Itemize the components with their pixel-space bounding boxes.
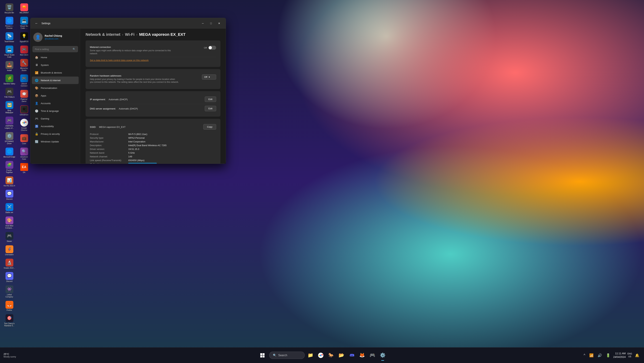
- icon-bing[interactable]: 🖼️ Bing Wallpaper: [3, 100, 16, 115]
- taskbar-file-explorer[interactable]: 📁: [306, 351, 315, 360]
- icon-vscode2[interactable]: 💻 Visual Stu Code -...: [18, 16, 31, 30]
- network-band-key: Network band:: [90, 152, 126, 154]
- icon-microchip[interactable]: 🔧 Microchip Studio: [18, 58, 31, 72]
- icon-puzzle[interactable]: 🧩 Puzzle-Together: [3, 160, 16, 174]
- taskbar-search[interactable]: 🔍 Search: [269, 351, 305, 359]
- icon-signalrgb[interactable]: 💡 SignalRGB: [18, 32, 31, 44]
- nav-item-windows-update[interactable]: 🔄 Windows Update: [32, 138, 79, 145]
- taskbar-discord2[interactable]: [347, 351, 356, 360]
- dns-edit-button[interactable]: Edit: [205, 106, 216, 111]
- icon-google-chrome[interactable]: Google Chrome: [18, 118, 31, 132]
- tray-battery[interactable]: 🔋: [605, 352, 612, 358]
- icon-discord2[interactable]: 💬 Discord: [3, 189, 16, 201]
- icon-unsolved[interactable]: 🔍 Unsolved Case: [18, 147, 31, 161]
- taskbar-steam-app[interactable]: 🎮: [368, 351, 377, 360]
- taskbar-file-manager[interactable]: 📂: [337, 351, 346, 360]
- taskbar-settings-app[interactable]: ⚙️: [378, 351, 387, 360]
- svg-rect-7: [262, 355, 264, 357]
- metered-connection-toggle[interactable]: [208, 46, 216, 50]
- random-hardware-dropdown[interactable]: Off ▾: [202, 74, 216, 80]
- description-key: Description:: [90, 144, 126, 147]
- nav-item-time-language[interactable]: 🕐 Time & language: [32, 107, 79, 115]
- icon-tomclancy[interactable]: 🎯 Tom Clancy's Rainbow S...: [3, 313, 16, 327]
- icon-vivid[interactable]: 🎨 Vivid-Med Compos...: [3, 216, 16, 230]
- lang-indicator[interactable]: ENG US: [628, 352, 632, 358]
- icon-stardew[interactable]: 🌾 Stardew Valley: [3, 74, 16, 86]
- icon-uniparn[interactable]: 🎮 UNIPARN Legacy of...: [3, 116, 16, 130]
- taskbar-foxstar[interactable]: 🦊: [358, 351, 367, 360]
- icon-plateup[interactable]: 🍽️ PlateUp! Demo: [18, 89, 31, 103]
- icon-recycle-bin[interactable]: 🗑️ Recycle Bin: [3, 3, 16, 15]
- nav-item-system[interactable]: 🖥 System: [32, 61, 79, 69]
- breadcrumb-network[interactable]: Network & internet: [86, 32, 120, 37]
- icon-ea[interactable]: EA EA: [18, 162, 31, 174]
- taskbar-time[interactable]: 11:11 AM 24/04/2024: [613, 352, 626, 359]
- nav-item-network[interactable]: 🌐 Network & internet: [32, 77, 79, 84]
- icon-vishis[interactable]: 📊 Vis-His 2022.4: [3, 176, 16, 188]
- random-hardware-section: Random hardware addresses Help protect y…: [86, 69, 220, 89]
- nav-item-home[interactable]: 🏠 Home: [32, 54, 79, 61]
- icon-riot[interactable]: 🎮 Riot Client: [18, 45, 31, 57]
- icon-r2modman[interactable]: R r2modman: [18, 105, 31, 117]
- icon-lethal[interactable]: 👾 Lethal Company: [3, 285, 16, 299]
- icon-steam[interactable]: 🎮 Steam: [3, 231, 16, 243]
- icon-vivado[interactable]: 🔬 Vivado 2022...: [3, 258, 16, 270]
- dns-assignment-row: DNS server assignment: Automatic (DHCP) …: [90, 104, 216, 113]
- link-speed-key: Link speed (Receive/Transmit):: [90, 159, 126, 162]
- settings-search-box[interactable]: 🔍: [32, 46, 78, 52]
- network-icon: 🌐: [35, 78, 38, 82]
- icon-overwatch[interactable]: 🦸 Overwatch: [3, 245, 16, 256]
- search-icon: 🔍: [72, 48, 76, 51]
- settings-search-input[interactable]: [35, 48, 71, 51]
- icon-teamviewer[interactable]: 📡 TeamViewer: [3, 32, 16, 44]
- nav-item-bluetooth[interactable]: 📶 Bluetooth & devices: [32, 69, 79, 76]
- accessibility-icon: ♿: [35, 124, 38, 128]
- ssid-row: SSID: MEGA vaporeon EX_EXT Copy: [90, 122, 216, 131]
- ip-edit-button[interactable]: Edit: [205, 97, 216, 102]
- icon-battlenet[interactable]: ⚔️ Battle.net: [3, 202, 16, 214]
- icon-ubisoft[interactable]: 🎮 Ubisoft Connect: [18, 74, 31, 88]
- tray-volume[interactable]: 🔊: [596, 352, 603, 358]
- tray-notifications[interactable]: 🔔: [634, 352, 640, 358]
- breadcrumb-wifi[interactable]: Wi-Fi: [125, 32, 135, 37]
- tray-network[interactable]: 📶: [588, 352, 595, 358]
- metered-connection-desc: Some apps might work differently to redu…: [90, 49, 179, 55]
- desktop-icons-area: 🗑️ Recycle Bin 🌐 Person 1 - Chrome 📡 Tea…: [2, 2, 31, 340]
- icon-finals[interactable]: 🎮 THE FINALS: [3, 87, 16, 99]
- icon-case[interactable]: 💼 Case: [18, 134, 31, 145]
- start-button[interactable]: [257, 350, 268, 361]
- random-hardware-info: Random hardware addresses Help protect y…: [90, 74, 179, 84]
- user-profile[interactable]: 👤 Rachel Chiong @outlook.com: [30, 31, 80, 45]
- ip-assignment-row: IP assignment: Automatic (DHCP) Edit: [90, 95, 216, 104]
- icon-person-chrome[interactable]: 🌐 Person 1 - Chrome: [3, 16, 16, 30]
- chevron-down-icon: ▾: [209, 76, 210, 78]
- icon-vscode[interactable]: 💻 Visual Studio Code: [3, 45, 16, 59]
- taskbar-chrome[interactable]: [316, 351, 326, 360]
- link-speed-value: 650/650 (Mbps): [128, 159, 216, 162]
- nav-item-privacy[interactable]: 🔒 Privacy & security: [32, 130, 79, 138]
- nav-item-accessibility[interactable]: ♿ Accessibility: [32, 123, 79, 130]
- icon-firefox[interactable]: 🦊 Firefox: [3, 300, 16, 312]
- tray-chevron[interactable]: ^: [582, 352, 586, 358]
- taskbar-discord-horse[interactable]: 🐎: [326, 351, 336, 360]
- metered-connection-label: Metered connection: [90, 46, 179, 49]
- ssid-copy-button[interactable]: Copy: [203, 124, 216, 130]
- icon-epowake[interactable]: ⚙️ EPOWAKE Driver: [3, 131, 16, 145]
- icon-edge[interactable]: 🌐 Microsoft Edge: [3, 147, 16, 159]
- window-back-button[interactable]: ←: [33, 20, 40, 27]
- icon-valorant[interactable]: 🔫 VALORANT: [18, 3, 31, 15]
- close-button[interactable]: ✕: [216, 21, 223, 26]
- breadcrumb-current: MEGA vaporeon EX_EXT: [139, 32, 186, 37]
- data-limit-link[interactable]: Set a data limit to help control data us…: [90, 59, 148, 62]
- nav-item-apps[interactable]: 📦 Apps: [32, 92, 79, 99]
- window-title: Settings: [42, 22, 50, 25]
- icon-discord3[interactable]: 💬 Discord: [3, 271, 16, 283]
- random-hardware-label: Random hardware addresses: [90, 74, 179, 77]
- nav-item-gaming[interactable]: 🎮 Gaming: [32, 115, 79, 122]
- nav-item-personalization[interactable]: 🎨 Personalization: [32, 84, 79, 92]
- driver-version-key: Driver version:: [90, 148, 126, 150]
- icon-install[interactable]: 📥 Install: [3, 60, 16, 72]
- minimize-button[interactable]: ─: [199, 21, 206, 26]
- nav-item-accounts[interactable]: 👤 Accounts: [32, 100, 79, 107]
- maximize-button[interactable]: □: [207, 21, 215, 26]
